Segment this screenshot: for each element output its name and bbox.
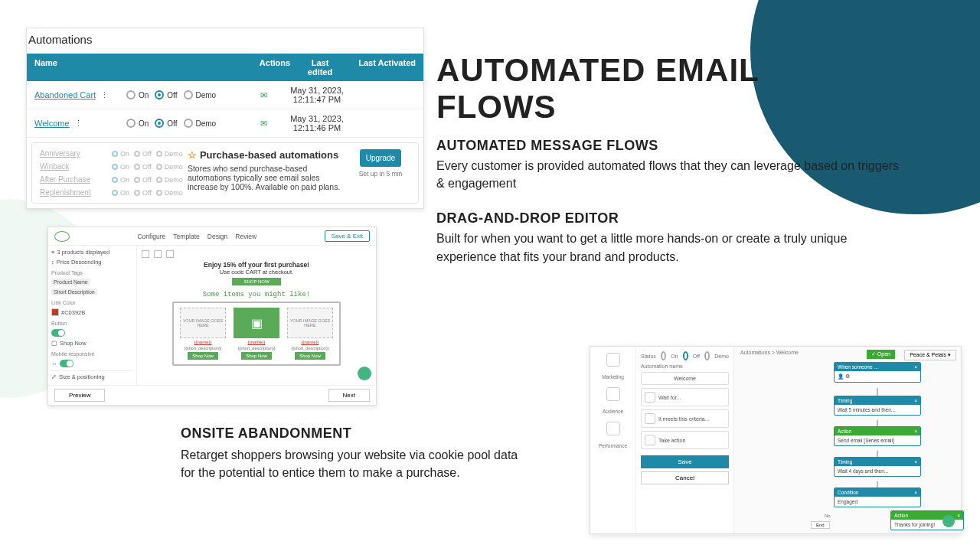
flow-canvas[interactable]: Automations > Welcome ✓ Open Peace & Pet… [734,347,961,533]
branch-no: No [825,514,831,518]
bolt-icon [645,435,655,445]
automation-link[interactable]: Welcome [34,119,70,128]
account-switch[interactable]: Peace & Petals ▾ [904,350,956,360]
step-template[interactable]: Template [173,233,200,240]
device-bar [142,250,174,258]
last-edited: May 31, 2023, 12:11:46 PM [279,114,354,132]
status-radios: On Off Demo [126,90,247,99]
editor-panel: Configure Template Design Review Save & … [47,227,377,406]
save-exit-button[interactable]: Save & Exit [325,230,370,242]
placeholder-image-icon: YOUR IMAGE GOES HERE [180,308,226,338]
breadcrumb: Automations > Welcome [740,350,799,355]
tile-criteria[interactable]: It meets this criteria... [641,409,729,428]
fab-add-icon[interactable] [358,367,371,380]
tile-wait[interactable]: Wait for... [641,388,729,406]
headline-line1: AUTOMATED EMAIL [436,52,760,89]
envelope-icon[interactable]: ✉ [247,90,279,100]
radio-off[interactable] [155,90,164,99]
fab-help-icon[interactable] [942,515,955,527]
shop-now-button[interactable]: Shop Now [188,352,218,360]
list-icon [645,413,655,424]
gear-icon[interactable] [606,387,620,401]
preview-button[interactable]: Preview [54,389,105,402]
flow-nav: Marketing Audience Performance [590,347,636,533]
col-actions: Actions [252,58,298,77]
placeholder-image-icon: YOUR IMAGE GOES HERE [287,308,333,338]
color-swatch[interactable] [51,308,59,316]
step-design[interactable]: Design [207,233,227,240]
mobile-icon[interactable] [166,250,174,258]
radio-off[interactable] [683,351,688,360]
last-edited: May 31, 2023, 12:11:47 PM [279,86,354,104]
logo-icon [54,231,70,242]
camera-icon: ▣ [234,308,279,338]
close-icon[interactable]: × [914,364,917,370]
upgrade-button[interactable]: Upgrade [360,149,401,167]
editor-canvas: Enjoy 15% off your first purchase! Use c… [137,246,376,385]
shop-now-hero[interactable]: SHOP NOW [232,278,281,285]
megaphone-icon[interactable] [606,353,620,367]
page-headline: AUTOMATED EMAIL FLOWS [436,52,760,126]
step-review[interactable]: Review [235,233,256,240]
feature-dnd: DRAG-AND-DROP EDITOR Built for when you … [436,210,903,265]
automation-name[interactable]: Welcome [641,372,729,385]
radio-demo[interactable] [704,351,710,360]
automations-panel: Automations Name Actions Last edited Las… [26,28,424,209]
automation-link[interactable]: Abandoned Cart [34,90,96,99]
node-end: End [811,521,830,529]
table-row: Welcome⋮ On Off Demo ✉ May 31, 2023, 12:… [27,109,423,138]
onsite-title: ONSITE ABANDONMENT [181,425,533,442]
tile-action[interactable]: Take action [641,431,729,449]
save-button[interactable]: Save [641,455,729,468]
col-activated: Last Activated [342,58,416,77]
upsell-copy: ☆Purchase-based automations Stores who s… [188,149,346,197]
button-toggle[interactable] [51,329,65,337]
feature-dnd-body: Built for when you want to get a little … [436,230,903,265]
product-card[interactable]: YOUR IMAGE GOES HERE {{name}} {{short_de… [286,308,335,360]
table-row: Abandoned Cart⋮ On Off Demo ✉ May 31, 20… [27,81,423,109]
cancel-button[interactable]: Cancel [641,471,729,484]
mobile-toggle[interactable] [60,360,74,367]
node-timing[interactable]: Timing×Wait 4 days and then... [834,457,921,477]
shop-now-button[interactable]: Shop Now [295,352,325,360]
node-trigger[interactable]: When someone ...×👤 ⚙ [834,362,921,383]
step-configure[interactable]: Configure [137,233,165,240]
next-button[interactable]: Next [328,389,370,402]
locked-automations: AnniversaryOnOffDemo WinbackOnOffDemo Af… [40,149,183,197]
publish-button[interactable]: ✓ Open [867,350,895,359]
radio-on[interactable] [126,90,136,99]
editor-steps: Configure Template Design Review [137,233,256,240]
feature-dnd-title: DRAG-AND-DROP EDITOR [436,210,903,227]
promo-headline: Enjoy 15% off your first purchase! Use c… [204,261,309,276]
radio-demo[interactable] [184,90,193,99]
star-icon: ☆ [188,149,197,161]
onsite-body: Retarget shoppers browsing your website … [181,446,533,481]
desktop-icon[interactable] [142,250,149,258]
radio-on[interactable] [126,119,136,128]
shop-now-button[interactable]: Shop Now [241,352,272,360]
upsell-card: AnniversaryOnOffDemo WinbackOnOffDemo Af… [31,142,419,204]
radio-off[interactable] [155,119,164,128]
product-card[interactable]: ▣ {{name}} {{short_description}} Shop No… [232,308,281,360]
feature-msg-title: AUTOMATED MESSAGE FLOWS [436,138,903,154]
tablet-icon[interactable] [154,250,162,258]
node-condition[interactable]: Condition×Engaged [834,487,921,507]
drag-handle-icon[interactable]: ⋮ [100,90,109,100]
clock-icon [645,392,655,403]
chart-icon[interactable] [606,422,620,435]
product-card[interactable]: YOUR IMAGE GOES HERE {{name}} {{short_de… [178,308,227,360]
radio-on[interactable] [661,351,666,360]
headline-line2: FLOWS [436,89,760,126]
drag-handle-icon[interactable]: ⋮ [74,119,83,129]
flow-panel: Marketing Audience Performance Status On… [590,346,962,534]
envelope-icon[interactable]: ✉ [247,119,279,129]
product-cards: YOUR IMAGE GOES HERE {{name}} {{short_de… [172,302,341,366]
flow-settings: Status On Off Demo Automation name Welco… [636,347,734,533]
node-action[interactable]: Action×Send email [Series email] [834,426,921,446]
automations-title: Automations [27,28,423,54]
radio-demo[interactable] [184,119,193,128]
feature-msg-body: Every customer is provided automated flo… [436,157,903,192]
status-radios: On Off Demo [126,119,247,128]
node-timing[interactable]: Timing×Wait 5 minutes and then... [834,396,921,416]
feature-msg-flows: AUTOMATED MESSAGE FLOWS Every customer i… [436,138,903,192]
